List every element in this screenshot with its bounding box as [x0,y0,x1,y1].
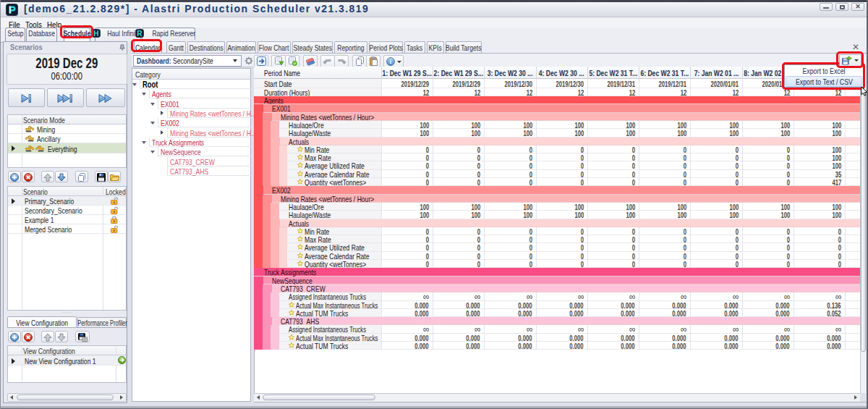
svg-text:R: R [137,30,143,38]
svg-text:H: H [93,30,98,38]
